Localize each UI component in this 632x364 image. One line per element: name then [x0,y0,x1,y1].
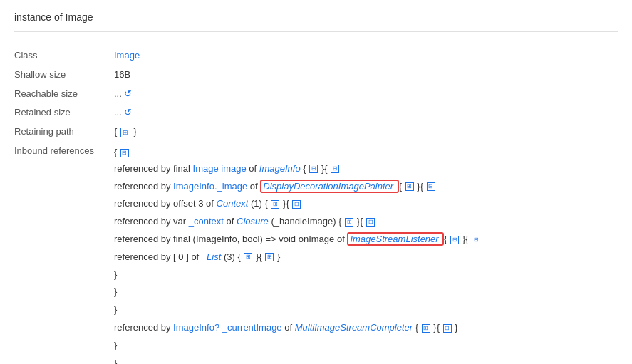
ref7-close-brace: } [455,322,457,333]
retained-size-value: ... ↺ [114,105,618,120]
ref-line-5: referenced by final (ImageInfo, bool) =>… [114,231,618,249]
class-link[interactable]: Image [114,50,140,61]
class-property: Class Image [14,46,618,66]
expand-icon[interactable]: ⊞ [120,128,130,137]
reachable-size-value: ... ↺ [114,87,618,102]
open-brace: { [114,126,120,137]
retaining-path-label: Retaining path [14,125,114,140]
ref2-brace-sep: }{ [417,181,423,192]
inbound-refs-label: Inbound references [14,144,114,159]
ref2-painter-link[interactable]: DisplayDecorationImagePainter [263,181,393,192]
close-brace-0: } [114,355,618,364]
ref-line-1: referenced by final Image image of Image… [114,160,618,178]
ref4-middle: of [227,216,237,227]
ref-line-4: referenced by var _context of Closure (_… [114,213,618,231]
close-brace-4: } [114,284,618,301]
ref5-expand2-icon[interactable]: ⊟ [472,236,480,244]
ref4-brace-sep: }{ [357,216,363,227]
ref4-closure-link[interactable]: Closure [237,216,269,227]
shallow-size-property: Shallow size 16B [14,66,618,85]
class-value: Image [114,48,618,63]
ref1-expand-icon[interactable]: ⊞ [309,165,318,173]
reachable-size-ellipsis: ... [114,88,124,99]
class-label: Class [14,48,114,63]
ref-line-2: referenced by ImageInfo._image of Displa… [114,178,618,196]
ref3-prefix: referenced by offset 3 of [114,198,217,209]
close-brace-1: } [114,337,618,355]
inbound-open-brace: { [114,147,120,157]
ref1-expand2-icon[interactable]: ⊟ [331,165,339,173]
inbound-expand-icon[interactable]: ⊟ [120,149,129,157]
ref7-expand2-icon[interactable]: ⊞ [443,324,452,333]
retained-size-ellipsis: ... [114,107,124,118]
ref6-prefix: referenced by [ 0 ] of [114,251,202,262]
ref4-expand-icon[interactable]: ⊞ [345,218,353,227]
ref7-middle: of [284,322,294,333]
ref2-middle: of [250,181,260,192]
retained-size-reload-icon[interactable]: ↺ [124,107,132,118]
ref-line-6: referenced by [ 0 ] of _List (3) { ⊞ }{ … [114,249,618,266]
ref7-prefix: referenced by [114,322,173,333]
ref1-brace-open: { [303,163,309,174]
ref-line-3: referenced by offset 3 of Context (1) { … [114,195,618,213]
shallow-size-label: Shallow size [14,68,114,83]
ref3-context-num: (1) { [251,198,270,209]
ref2-expand2-icon[interactable]: ⊟ [427,182,435,191]
ref4-expand2-icon[interactable]: ⊟ [366,218,375,227]
ref1-prefix: referenced by final [114,163,193,174]
ref5-brace-sep: }{ [462,234,469,244]
reachable-size-property: Reachable size ... ↺ [14,85,618,104]
ref7-brace-open: { [415,322,421,333]
ref2-highlight: DisplayDecorationImagePainter [260,180,398,193]
ref4-prefix: referenced by var [114,216,189,227]
ref4-context-link[interactable]: _context [189,216,224,227]
retaining-path-value: { ⊞ } [114,125,618,140]
ref-line-7: referenced by ImageInfo? _currentImage o… [114,319,618,337]
ref6-suffix: (3) { [224,251,243,262]
ref6-expand1-icon[interactable]: ⊞ [244,253,252,261]
reachable-size-label: Reachable size [14,87,114,102]
retained-size-property: Retained size ... ↺ [14,103,618,123]
ref1-imageinfo-link[interactable]: ImageInfo [259,163,301,174]
ref5-brace-open: { [444,234,450,244]
close-brace: } [134,126,137,137]
ref7-expand1-icon[interactable]: ⊞ [422,324,430,333]
ref1-middle: of [249,163,259,174]
shallow-size-value: 16B [114,68,618,83]
ref6-list-link[interactable]: _List [202,251,221,262]
close-brace-5: } [114,266,618,284]
ref3-expand-icon[interactable]: ⊞ [271,200,279,209]
ref1-brace-sep: }{ [321,163,328,174]
retained-size-label: Retained size [14,105,114,120]
page-title: instance of Image [14,11,618,32]
ref5-highlight: ImageStreamListener [347,232,444,246]
ref5-listener-link[interactable]: ImageStreamListener [350,234,438,244]
inbound-refs-value: { ⊟ referenced by final Image image of I… [114,145,618,364]
retaining-path-property: Retaining path { ⊞ } [14,123,618,142]
ref2-brace-open: { [399,181,405,192]
ref2-imageinfo-link[interactable]: ImageInfo._image [173,181,247,192]
reachable-size-reload-icon[interactable]: ↺ [124,88,132,99]
ref3-brace-sep: }{ [283,198,289,209]
close-brace-3: } [114,301,618,319]
inbound-refs-property: Inbound references { ⊟ referenced by fin… [14,142,618,364]
ref5-prefix: referenced by final (ImageInfo, bool) =>… [114,234,347,244]
ref6-close-brace: } [277,251,280,262]
ref3-expand2-icon[interactable]: ⊟ [292,200,301,209]
ref2-prefix: referenced by [114,181,173,192]
ref7-brace-sep: }{ [433,322,442,333]
ref6-brace-mid: }{ [256,251,264,262]
ref7-imageinfo-link[interactable]: ImageInfo? _currentImage [173,322,281,333]
ref4-suffix: (_handleImage) { [271,216,344,227]
ref1-image-link[interactable]: Image image [193,163,247,174]
ref3-context-link[interactable]: Context [217,198,249,209]
ref6-expand2-icon[interactable]: ⊞ [265,253,274,261]
ref7-completer-link[interactable]: MultiImageStreamCompleter [295,322,413,333]
ref2-expand-icon[interactable]: ⊞ [405,182,414,191]
ref5-expand-icon[interactable]: ⊞ [450,236,459,244]
